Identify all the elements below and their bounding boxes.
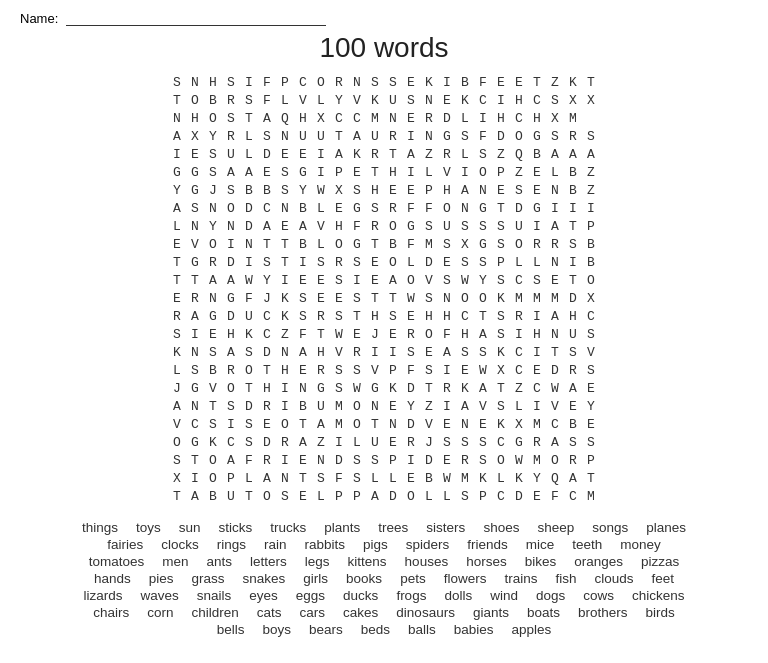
grid-cell: Z <box>312 434 330 452</box>
name-underline[interactable] <box>66 10 326 26</box>
word-item: lizards <box>83 588 122 603</box>
grid-cell: E <box>348 326 366 344</box>
grid-cell: E <box>528 164 546 182</box>
grid-cell: I <box>366 344 384 362</box>
grid-cell: D <box>384 488 402 506</box>
grid-cell: I <box>438 74 456 92</box>
grid-cell: B <box>456 74 474 92</box>
grid-cell: H <box>528 326 546 344</box>
grid-cell: M <box>564 110 582 128</box>
grid-cell: R <box>546 236 564 254</box>
grid-cell: W <box>546 380 564 398</box>
grid-cell: M <box>582 488 600 506</box>
grid-cell: Y <box>204 128 222 146</box>
word-item: fairies <box>107 537 143 552</box>
grid-cell: X <box>582 290 600 308</box>
grid-cell: F <box>402 236 420 254</box>
grid-cell: B <box>420 470 438 488</box>
grid-cell: A <box>456 398 474 416</box>
grid-cell: C <box>582 308 600 326</box>
grid-cell: P <box>330 164 348 182</box>
grid-cell: O <box>204 452 222 470</box>
grid-cell: D <box>438 110 456 128</box>
grid-cell: S <box>456 128 474 146</box>
grid-cell: A <box>240 164 258 182</box>
grid-cell: N <box>546 254 564 272</box>
grid-cell: H <box>528 110 546 128</box>
word-item: money <box>620 537 661 552</box>
grid-cell: A <box>546 434 564 452</box>
grid-cell: S <box>474 254 492 272</box>
word-item: flowers <box>444 571 487 586</box>
grid-cell: R <box>330 254 348 272</box>
word-item: wind <box>490 588 518 603</box>
grid-cell: B <box>294 200 312 218</box>
grid-cell: A <box>222 164 240 182</box>
grid-cell: S <box>492 272 510 290</box>
grid-cell: O <box>348 398 366 416</box>
grid-cell: E <box>420 344 438 362</box>
grid-cell: L <box>348 434 366 452</box>
grid-cell: O <box>204 236 222 254</box>
grid-cell: N <box>294 380 312 398</box>
grid-cell: T <box>294 470 312 488</box>
word-item: trees <box>378 520 408 535</box>
word-item: ants <box>207 554 233 569</box>
word-item: ducks <box>343 588 378 603</box>
grid-cell: S <box>546 92 564 110</box>
grid-cell: P <box>492 164 510 182</box>
grid-cell: R <box>456 452 474 470</box>
grid-cell: T <box>420 380 438 398</box>
grid-cell: R <box>330 74 348 92</box>
grid-cell: I <box>312 164 330 182</box>
grid-cell: D <box>546 362 564 380</box>
grid-cell: U <box>312 128 330 146</box>
grid-cell: X <box>456 236 474 254</box>
grid-cell: S <box>564 344 582 362</box>
grid-cell: I <box>528 308 546 326</box>
word-item: snakes <box>243 571 286 586</box>
word-item: girls <box>303 571 328 586</box>
grid-cell: T <box>168 92 186 110</box>
grid-cell: S <box>474 434 492 452</box>
grid-cell: K <box>204 434 222 452</box>
word-row: lizardswavessnailseyeseggsducksfrogsdoll… <box>83 588 684 603</box>
grid-cell: S <box>240 434 258 452</box>
word-item: clouds <box>594 571 633 586</box>
grid-cell: P <box>492 254 510 272</box>
grid-cell: N <box>420 128 438 146</box>
grid-cell: L <box>384 470 402 488</box>
grid-cell: E <box>402 308 420 326</box>
grid-cell: O <box>546 452 564 470</box>
grid-cell: W <box>456 272 474 290</box>
word-item: cats <box>257 605 282 620</box>
grid-cell: S <box>240 92 258 110</box>
grid-cell: E <box>312 290 330 308</box>
grid-cell: I <box>330 434 348 452</box>
grid-cell: N <box>240 236 258 254</box>
word-item: feet <box>651 571 674 586</box>
grid-cell: S <box>456 488 474 506</box>
grid-cell: R <box>528 236 546 254</box>
grid-cell: S <box>438 272 456 290</box>
grid-cell: H <box>366 182 384 200</box>
grid-cell: A <box>312 416 330 434</box>
word-item: pets <box>400 571 426 586</box>
grid-cell: A <box>348 128 366 146</box>
grid-cell: I <box>546 200 564 218</box>
grid-cell: E <box>330 290 348 308</box>
grid-cell: O <box>420 326 438 344</box>
grid-cell: Z <box>546 74 564 92</box>
grid-cell: K <box>348 146 366 164</box>
grid-cell: J <box>258 290 276 308</box>
grid-cell: E <box>366 254 384 272</box>
grid-cell: E <box>492 74 510 92</box>
word-item: fish <box>555 571 576 586</box>
grid-cell: E <box>384 434 402 452</box>
grid-cell: A <box>456 182 474 200</box>
name-label: Name: <box>20 11 58 26</box>
grid-cell: O <box>204 110 222 128</box>
word-item: eyes <box>249 588 278 603</box>
grid-cell: S <box>384 74 402 92</box>
grid-cell: N <box>474 182 492 200</box>
